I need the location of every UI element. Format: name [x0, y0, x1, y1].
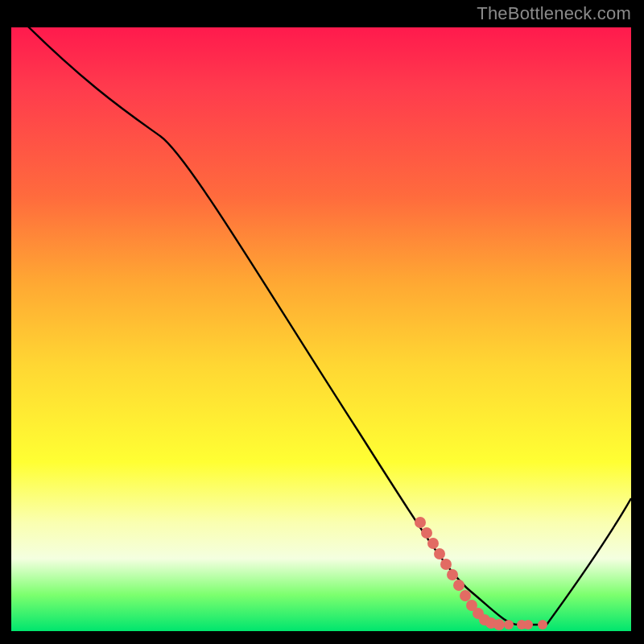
svg-point-1 — [421, 527, 432, 539]
watermark-text: TheBottleneck.com — [477, 3, 631, 24]
svg-point-2 — [427, 538, 439, 549]
svg-point-13 — [504, 620, 514, 630]
highlight-dots-svg — [11, 27, 631, 631]
svg-point-5 — [447, 569, 458, 580]
svg-point-4 — [440, 559, 452, 570]
svg-point-12 — [493, 619, 505, 630]
highlight-dots-group — [415, 517, 547, 630]
chart-plot-area — [11, 27, 631, 631]
svg-point-7 — [460, 590, 471, 601]
svg-point-6 — [453, 580, 464, 591]
svg-point-0 — [415, 517, 426, 528]
svg-point-3 — [434, 548, 445, 559]
svg-point-15 — [523, 620, 533, 630]
svg-point-16 — [538, 620, 547, 630]
